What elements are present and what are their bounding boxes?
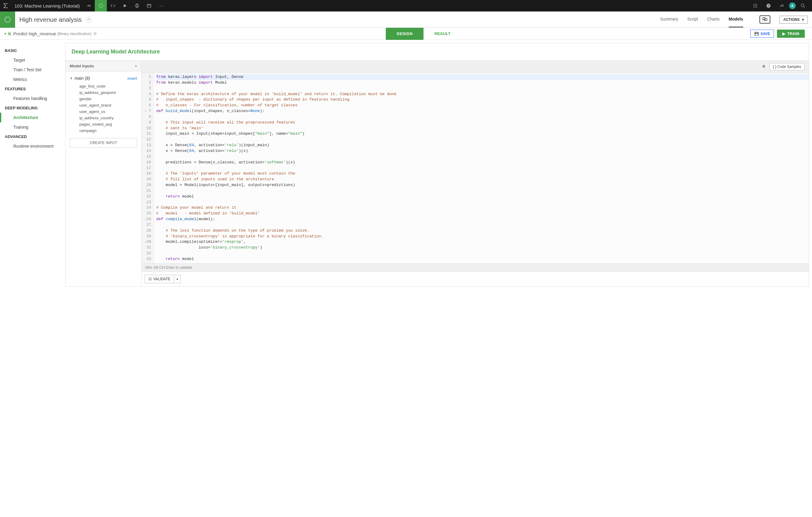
actions-label: ACTIONS xyxy=(783,18,800,22)
svg-point-17 xyxy=(5,17,10,22)
sidebar-item-target[interactable]: Target xyxy=(0,55,65,65)
panel-title: Deep Learning Model Architecture xyxy=(65,43,809,61)
tab-summary[interactable]: Summary xyxy=(660,11,678,27)
sidebar-section-advanced: ADVANCED xyxy=(0,132,65,141)
dashboard-icon[interactable] xyxy=(143,0,155,11)
svg-point-13 xyxy=(756,7,757,7)
model-settings-icon[interactable]: ⚙ xyxy=(93,31,97,36)
sidebar-item-training[interactable]: Training xyxy=(0,122,65,132)
svg-point-6 xyxy=(755,4,756,5)
sidebar-item-train-test[interactable]: Train / Test Set xyxy=(0,65,65,75)
top-nav-bar: 103: Machine Learning (Tutorial) ⋯ ? A xyxy=(0,0,812,11)
input-feature-item[interactable]: user_agent_os xyxy=(70,108,137,115)
svg-point-7 xyxy=(756,4,757,5)
create-input-button[interactable]: CREATE INPUT xyxy=(70,138,137,148)
collapse-chevron-icon[interactable]: ▾ xyxy=(4,31,6,36)
code-content[interactable]: from keras.layers import Input, Dense fr… xyxy=(154,73,809,263)
page-tabs: Summary Script Charts Models xyxy=(660,11,770,27)
code-editor-panel: ⚙ { } Code Samples 1 2 3 4 5 6 ▾ 7 8 9 1… xyxy=(142,61,809,286)
save-label: SAVE xyxy=(760,32,770,36)
insert-link[interactable]: insert xyxy=(127,76,137,81)
flow-icon[interactable] xyxy=(83,0,95,11)
help-icon[interactable]: ? xyxy=(762,0,775,11)
input-feature-item[interactable]: ip_address_country xyxy=(70,115,137,121)
svg-rect-2 xyxy=(137,4,138,5)
svg-text:?: ? xyxy=(767,4,770,7)
line-gutter: 1 2 3 4 5 6 ▾ 7 8 9 10 11 12 13 14 15 16… xyxy=(142,73,154,263)
validate-label: VALIDATE xyxy=(153,277,170,281)
more-icon[interactable]: ⋯ xyxy=(155,0,167,11)
inputs-panel-title: Model Inputs xyxy=(70,64,94,68)
refresh-icon[interactable]: ⟳ xyxy=(86,17,92,23)
tab-charts[interactable]: Charts xyxy=(707,11,720,27)
train-label: TRAIN xyxy=(787,31,799,36)
svg-point-5 xyxy=(753,4,754,5)
input-group-name: main (8) xyxy=(75,76,90,81)
input-feature-item[interactable]: campaign xyxy=(70,127,137,134)
sidebar-section-deep: DEEP MODELING xyxy=(0,103,65,113)
model-subtitle: (Binary classification) xyxy=(57,32,91,36)
train-button[interactable]: ▶TRAIN xyxy=(777,30,805,38)
sidebar-item-runtime-env[interactable]: Runtime environment xyxy=(0,141,65,151)
save-button[interactable]: 💾SAVE xyxy=(750,30,774,38)
close-inputs-icon[interactable]: × xyxy=(135,64,137,68)
code-editor[interactable]: 1 2 3 4 5 6 ▾ 7 8 9 10 11 12 13 14 15 16… xyxy=(142,73,809,263)
analysis-type-icon[interactable] xyxy=(0,11,15,28)
svg-rect-3 xyxy=(137,7,138,7)
check-icon: ☑ xyxy=(148,277,152,281)
actions-dropdown[interactable]: ACTIONS▾ xyxy=(779,16,808,24)
input-feature-item[interactable]: pages_visited_avg xyxy=(70,121,137,127)
sidebar-section-features: FEATURES xyxy=(0,84,65,94)
discussions-icon[interactable] xyxy=(759,16,770,24)
svg-point-10 xyxy=(756,5,757,6)
svg-point-16 xyxy=(801,4,804,7)
svg-point-11 xyxy=(753,7,754,7)
settings-sidebar: BASIC Target Train / Test Set Metrics FE… xyxy=(0,40,65,517)
svg-rect-1 xyxy=(136,5,139,6)
page-header: High revenue analysis ⟳ Summary Script C… xyxy=(0,11,812,28)
search-icon[interactable] xyxy=(797,0,809,11)
print-icon[interactable] xyxy=(131,0,143,11)
validate-dropdown-icon[interactable]: ▴ xyxy=(174,275,181,283)
model-inputs-panel: Model Inputs × ▼ main (8) insert age_fir… xyxy=(65,61,142,286)
code-icon[interactable] xyxy=(107,0,119,11)
project-name[interactable]: 103: Machine Learning (Tutorial) xyxy=(11,3,83,8)
sidebar-item-features-handling[interactable]: Features handling xyxy=(0,94,65,103)
sidebar-item-metrics[interactable]: Metrics xyxy=(0,75,65,84)
tab-models[interactable]: Models xyxy=(729,11,743,27)
svg-point-12 xyxy=(755,7,756,7)
svg-rect-4 xyxy=(147,4,151,7)
input-feature-item[interactable]: user_agent_brand xyxy=(70,102,137,108)
play-icon: ▶ xyxy=(782,31,785,36)
svg-point-0 xyxy=(99,4,103,7)
sidebar-item-architecture[interactable]: Architecture xyxy=(0,113,65,122)
input-feature-item[interactable]: ip_address_geopoint xyxy=(70,89,137,96)
apps-icon[interactable] xyxy=(749,0,761,11)
svg-point-8 xyxy=(753,5,754,6)
input-feature-item[interactable]: gender xyxy=(70,96,137,102)
user-avatar[interactable]: A xyxy=(789,2,796,9)
page-title: High revenue analysis xyxy=(15,16,86,23)
validate-button[interactable]: ☑VALIDATE xyxy=(145,275,174,283)
activity-icon[interactable] xyxy=(776,0,788,11)
group-collapse-icon[interactable]: ▼ xyxy=(70,77,73,80)
svg-point-9 xyxy=(755,5,756,6)
model-header: ▾ K Predict high_revenue (Binary classif… xyxy=(0,28,812,40)
app-logo[interactable] xyxy=(0,0,11,11)
save-icon: 💾 xyxy=(754,32,759,36)
chevron-down-icon: ▾ xyxy=(802,18,804,22)
tab-script[interactable]: Script xyxy=(687,11,698,27)
design-tab[interactable]: DESIGN xyxy=(386,28,424,40)
input-feature-item[interactable]: age_first_order xyxy=(70,83,137,89)
editor-settings-icon[interactable]: ⚙ xyxy=(761,63,767,70)
result-tab[interactable]: RESULT xyxy=(424,28,462,40)
editor-hint: Hint: Hit Ctrl-Enter to validate xyxy=(142,263,809,271)
model-type-badge: K xyxy=(8,31,11,36)
sidebar-section-basic: BASIC xyxy=(0,46,65,55)
play-icon[interactable] xyxy=(119,0,131,11)
code-samples-button[interactable]: { } Code Samples xyxy=(770,63,805,70)
model-name: Predict high_revenue xyxy=(13,31,56,36)
architecture-panel: Deep Learning Model Architecture Model I… xyxy=(65,43,809,287)
lab-icon[interactable] xyxy=(95,0,107,11)
